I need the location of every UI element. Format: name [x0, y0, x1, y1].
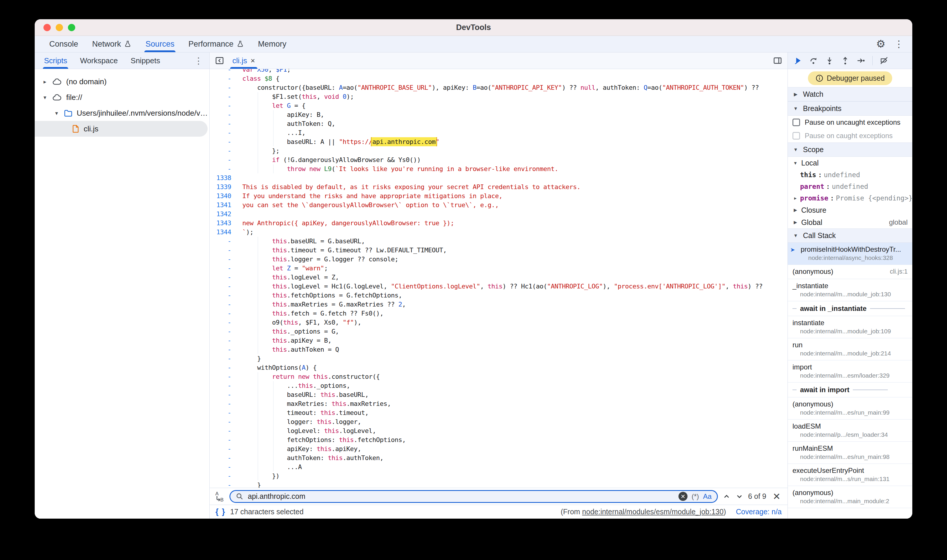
- line-number[interactable]: -: [210, 363, 238, 372]
- call-stack-frame[interactable]: ➤promiseInitHookWithDestroyTr...node:int…: [788, 243, 912, 265]
- line-number[interactable]: -: [210, 309, 238, 318]
- tab-network[interactable]: Network: [85, 36, 139, 52]
- scope-section-header[interactable]: ▼ Scope: [788, 143, 912, 157]
- tree-item-clijs[interactable]: cli.js: [35, 121, 208, 137]
- maximize-window-button[interactable]: [68, 24, 75, 31]
- line-number[interactable]: -: [210, 146, 238, 155]
- from-module-link[interactable]: node:internal/modules/esm/module_job:130: [582, 508, 724, 516]
- line-number[interactable]: -: [210, 471, 238, 480]
- line-number[interactable]: -: [210, 408, 238, 417]
- pause-uncaught-checkbox[interactable]: [793, 118, 800, 126]
- replace-toggle-icon[interactable]: AB: [215, 491, 225, 502]
- line-number[interactable]: 1341: [210, 200, 238, 209]
- line-number[interactable]: -: [210, 318, 238, 327]
- call-stack-frame[interactable]: runnode:internal/m...module_job:214: [788, 338, 912, 360]
- line-number[interactable]: 1342: [210, 209, 238, 218]
- line-number[interactable]: 1340: [210, 191, 238, 200]
- editor-tab-clijs[interactable]: cli.js ×: [230, 52, 258, 69]
- scope-closure-row[interactable]: ▶ Closure: [788, 204, 912, 216]
- line-number[interactable]: -: [210, 83, 238, 92]
- step-into-icon[interactable]: [825, 56, 834, 65]
- line-number[interactable]: -: [210, 453, 238, 462]
- coverage-link[interactable]: Coverage: n/a: [736, 508, 782, 516]
- line-number[interactable]: -: [210, 327, 238, 336]
- scope-var-promise[interactable]: ▶ promise: Promise {<pending>}: [793, 192, 912, 204]
- deactivate-breakpoints-icon[interactable]: [880, 56, 888, 65]
- line-number[interactable]: 1338: [210, 173, 238, 182]
- chevron-down-icon[interactable]: ▾: [53, 110, 60, 117]
- watch-section-header[interactable]: ▶ Watch: [788, 87, 912, 102]
- settings-gear-icon[interactable]: ⚙: [876, 39, 885, 49]
- step-out-icon[interactable]: [841, 56, 850, 65]
- hide-navigator-icon[interactable]: [215, 56, 224, 65]
- line-number[interactable]: -: [210, 273, 238, 282]
- line-number[interactable]: -: [210, 462, 238, 471]
- step-icon[interactable]: [857, 56, 865, 65]
- chevron-right-icon[interactable]: ▸: [42, 78, 48, 85]
- step-over-icon[interactable]: [810, 56, 818, 65]
- line-number[interactable]: 1343: [210, 218, 238, 228]
- line-number[interactable]: -: [210, 354, 238, 363]
- line-number[interactable]: -: [210, 372, 238, 381]
- pretty-print-icon[interactable]: { }: [216, 507, 226, 516]
- line-number[interactable]: -: [210, 119, 238, 128]
- tab-performance[interactable]: Performance: [181, 36, 251, 52]
- call-stack-frame[interactable]: executeUserEntryPointnode:internal/m...s…: [788, 464, 912, 486]
- chevron-right-icon[interactable]: ▶: [793, 196, 798, 200]
- line-number[interactable]: -: [210, 155, 238, 164]
- close-search-icon[interactable]: ✕: [771, 492, 782, 501]
- code-editor[interactable]: -var X50, $F1;-class $8 {- constructor({…: [210, 69, 788, 488]
- breakpoints-section-header[interactable]: ▼ Breakpoints: [788, 102, 912, 116]
- tab-memory[interactable]: Memory: [251, 36, 294, 52]
- call-stack-frame[interactable]: instantiatenode:internal/m...module_job:…: [788, 316, 912, 338]
- line-number[interactable]: -: [210, 255, 238, 264]
- chevron-down-icon[interactable]: ▾: [42, 94, 48, 101]
- line-number[interactable]: 1339: [210, 182, 238, 191]
- call-stack-frame[interactable]: loadESMnode:internal/p.../esm_loader:34: [788, 420, 912, 442]
- call-stack-frame[interactable]: (anonymous)node:internal/m...es/run_main…: [788, 397, 912, 420]
- clear-search-icon[interactable]: ✕: [679, 492, 688, 501]
- tree-item-no-domain[interactable]: ▸ (no domain): [35, 74, 209, 89]
- tab-console[interactable]: Console: [42, 36, 85, 52]
- previous-result-icon[interactable]: [722, 492, 731, 500]
- line-number[interactable]: -: [210, 237, 238, 246]
- call-stack-frame[interactable]: importnode:internal/m...esm/loader:329: [788, 360, 912, 383]
- call-stack-frame[interactable]: runMainESMnode:internal/m...es/run_main:…: [788, 442, 912, 464]
- line-number[interactable]: -: [210, 435, 238, 444]
- tree-item-node-folder[interactable]: ▾ Users/jinhuilee/.nvm/versions/node/v2…: [35, 105, 209, 121]
- close-window-button[interactable]: [43, 24, 51, 31]
- line-number[interactable]: -: [210, 110, 238, 119]
- line-number[interactable]: -: [210, 300, 238, 309]
- line-number[interactable]: -: [210, 246, 238, 255]
- close-tab-icon[interactable]: ×: [251, 56, 255, 65]
- line-number[interactable]: -: [210, 381, 238, 390]
- line-number[interactable]: -: [210, 101, 238, 110]
- line-number[interactable]: -: [210, 444, 238, 453]
- call-stack-frame[interactable]: (anonymous)node:internal/m...main_module…: [788, 486, 912, 508]
- tab-snippets[interactable]: Snippets: [124, 52, 167, 69]
- line-number[interactable]: -: [210, 336, 238, 345]
- line-number[interactable]: -: [210, 480, 238, 488]
- navigator-more-icon[interactable]: ⋮: [194, 52, 209, 69]
- more-options-icon[interactable]: ⋮: [894, 39, 904, 49]
- line-number[interactable]: -: [210, 390, 238, 399]
- regex-toggle[interactable]: (*): [692, 492, 699, 500]
- pause-caught-checkbox[interactable]: [793, 132, 800, 140]
- line-number[interactable]: -: [210, 345, 238, 354]
- scope-global-row[interactable]: ▶ Global global: [788, 216, 912, 228]
- line-number[interactable]: 1344: [210, 228, 238, 237]
- next-result-icon[interactable]: [735, 492, 743, 500]
- line-number[interactable]: -: [210, 282, 238, 291]
- line-number[interactable]: -: [210, 164, 238, 173]
- resume-icon[interactable]: [794, 56, 802, 65]
- line-number[interactable]: -: [210, 399, 238, 408]
- minimize-window-button[interactable]: [56, 24, 63, 31]
- tab-scripts[interactable]: Scripts: [38, 52, 74, 69]
- line-number[interactable]: -: [210, 137, 238, 146]
- line-number[interactable]: -: [210, 74, 238, 83]
- tab-sources[interactable]: Sources: [139, 36, 181, 52]
- line-number[interactable]: -: [210, 417, 238, 426]
- line-number[interactable]: -: [210, 291, 238, 300]
- toggle-debugger-sidebar-icon[interactable]: [773, 56, 782, 65]
- search-field[interactable]: ✕ (*) Aa: [230, 490, 718, 503]
